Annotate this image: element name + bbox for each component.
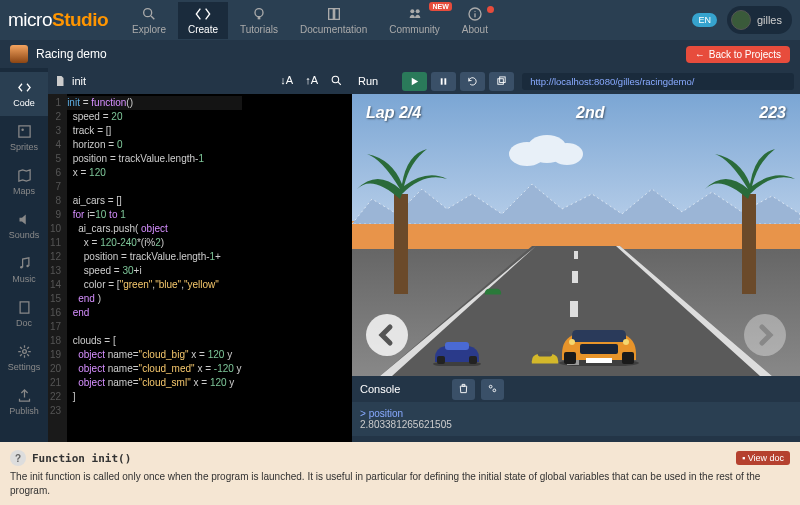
user-menu[interactable]: gilles bbox=[727, 6, 792, 34]
svg-rect-19 bbox=[498, 78, 504, 84]
svg-point-12 bbox=[26, 265, 29, 268]
nav-about[interactable]: About bbox=[452, 2, 498, 39]
hud-lap: Lap 2/4 bbox=[366, 104, 421, 122]
doc-icon bbox=[17, 300, 32, 315]
svg-point-23 bbox=[551, 143, 583, 165]
svg-point-40 bbox=[569, 339, 575, 345]
svg-rect-8 bbox=[474, 13, 475, 17]
hud: Lap 2/4 2nd 223 bbox=[352, 104, 800, 122]
notification-dot bbox=[487, 6, 494, 13]
reload-button[interactable] bbox=[460, 72, 485, 91]
steer-right-button[interactable] bbox=[744, 314, 786, 356]
svg-point-4 bbox=[410, 9, 414, 13]
project-icon bbox=[10, 45, 28, 63]
info-icon bbox=[467, 6, 483, 22]
console-settings-button[interactable] bbox=[481, 379, 504, 400]
hud-score: 223 bbox=[759, 104, 786, 122]
svg-rect-34 bbox=[538, 352, 552, 357]
arrow-left-icon bbox=[375, 323, 399, 347]
sidenav-sprites[interactable]: Sprites bbox=[0, 116, 48, 160]
sidenav-settings[interactable]: Settings bbox=[0, 336, 48, 380]
top-bar: microStudio Explore Create Tutorials Doc… bbox=[0, 0, 800, 40]
trash-icon bbox=[458, 383, 469, 394]
help-body: The init function is called only once wh… bbox=[10, 470, 790, 497]
nav-explore[interactable]: Explore bbox=[122, 2, 176, 39]
nav-create[interactable]: Create bbox=[178, 2, 228, 39]
sidenav-sounds[interactable]: Sounds bbox=[0, 204, 48, 248]
svg-point-11 bbox=[20, 266, 23, 269]
sidenav-code[interactable]: Code bbox=[0, 72, 48, 116]
side-nav: Code Sprites Maps Sounds Music Doc Setti… bbox=[0, 68, 48, 505]
search-button[interactable] bbox=[327, 72, 346, 91]
code-header: init ↓A ↑A bbox=[48, 68, 352, 94]
pause-icon bbox=[438, 76, 449, 87]
font-smaller-button[interactable]: ↓A bbox=[277, 72, 296, 91]
project-title: Racing demo bbox=[36, 47, 107, 61]
bulb-icon bbox=[251, 6, 267, 22]
nav-community[interactable]: CommunityNEW bbox=[379, 2, 450, 39]
svg-point-15 bbox=[332, 76, 339, 83]
back-to-projects-button[interactable]: ←Back to Projects bbox=[686, 46, 790, 63]
console-label: Console bbox=[360, 383, 400, 395]
view-doc-button[interactable]: ▪ View doc bbox=[736, 451, 790, 465]
svg-rect-36 bbox=[580, 344, 618, 354]
hud-position: 2nd bbox=[576, 104, 604, 122]
logo[interactable]: microStudio bbox=[8, 9, 108, 31]
question-icon: ? bbox=[10, 450, 26, 466]
map-icon bbox=[17, 168, 32, 183]
reload-icon bbox=[467, 76, 478, 87]
language-badge[interactable]: EN bbox=[692, 13, 717, 27]
code-area: init ↓A ↑A 12345678910111213141516171819… bbox=[48, 68, 352, 505]
svg-point-5 bbox=[415, 9, 419, 13]
svg-point-42 bbox=[490, 385, 493, 388]
cloud bbox=[502, 129, 592, 169]
svg-point-10 bbox=[21, 128, 24, 131]
search-icon bbox=[141, 6, 157, 22]
avatar bbox=[731, 10, 751, 30]
file-icon bbox=[54, 75, 66, 87]
svg-point-14 bbox=[22, 350, 26, 354]
code-icon bbox=[195, 6, 211, 22]
svg-rect-38 bbox=[564, 352, 576, 364]
help-title: Function init() bbox=[32, 452, 131, 465]
image-icon bbox=[17, 124, 32, 139]
gear-icon bbox=[17, 344, 32, 359]
url-bar[interactable]: http://localhost:8080/gilles/racingdemo/ bbox=[522, 73, 794, 90]
upload-icon bbox=[17, 388, 32, 403]
book-icon bbox=[326, 6, 342, 22]
svg-point-0 bbox=[144, 8, 152, 16]
nav-documentation[interactable]: Documentation bbox=[290, 2, 377, 39]
svg-rect-33 bbox=[469, 356, 477, 364]
svg-rect-39 bbox=[622, 352, 634, 364]
svg-rect-37 bbox=[586, 358, 612, 363]
svg-line-16 bbox=[338, 82, 341, 85]
window-icon bbox=[496, 76, 507, 87]
detach-button[interactable] bbox=[489, 72, 514, 91]
run-label: Run bbox=[358, 75, 378, 87]
run-panel: Run http://localhost:8080/gilles/racingd… bbox=[352, 68, 800, 505]
svg-rect-26 bbox=[574, 251, 578, 259]
sidenav-doc[interactable]: Doc bbox=[0, 292, 48, 336]
svg-rect-27 bbox=[572, 271, 578, 283]
nav-tutorials[interactable]: Tutorials bbox=[230, 2, 288, 39]
sidenav-maps[interactable]: Maps bbox=[0, 160, 48, 204]
sound-icon bbox=[17, 212, 32, 227]
svg-rect-32 bbox=[437, 356, 445, 364]
svg-point-41 bbox=[623, 339, 629, 345]
steer-left-button[interactable] bbox=[366, 314, 408, 356]
help-box: ? Function init() ▪ View doc The init fu… bbox=[0, 442, 800, 505]
play-icon bbox=[409, 76, 420, 87]
search-icon bbox=[330, 74, 343, 87]
svg-point-2 bbox=[255, 8, 263, 16]
pause-button[interactable] bbox=[431, 72, 456, 91]
font-larger-button[interactable]: ↑A bbox=[302, 72, 321, 91]
svg-point-43 bbox=[493, 388, 496, 391]
play-button[interactable] bbox=[402, 72, 427, 91]
sidenav-publish[interactable]: Publish bbox=[0, 380, 48, 424]
arrow-right-icon bbox=[753, 323, 777, 347]
svg-rect-28 bbox=[570, 301, 578, 317]
sidenav-music[interactable]: Music bbox=[0, 248, 48, 292]
ai-car-1 bbox=[427, 336, 487, 366]
clear-console-button[interactable] bbox=[452, 379, 475, 400]
game-canvas[interactable]: Lap 2/4 2nd 223 bbox=[352, 94, 800, 376]
